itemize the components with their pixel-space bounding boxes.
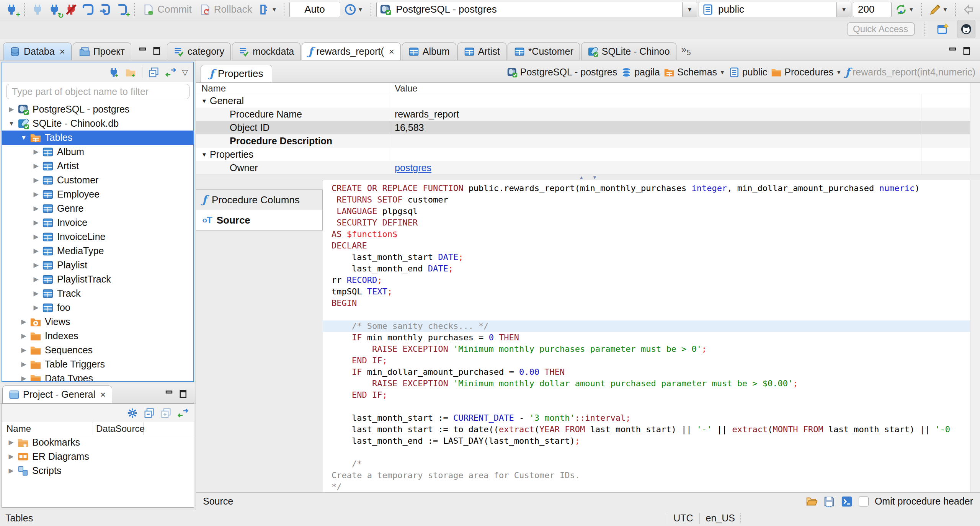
- open-perspective-icon[interactable]: [935, 21, 951, 37]
- breadcrumb-rewards-report-int4-numeric[interactable]: ƒrewards_report(int4,numeric): [845, 67, 975, 78]
- close-icon[interactable]: ×: [100, 389, 106, 400]
- schema-dropdown-icon[interactable]: ▼: [836, 2, 851, 17]
- collapsed-arrow-icon[interactable]: ▶: [31, 204, 41, 212]
- collapsed-arrow-icon[interactable]: ▶: [31, 304, 41, 312]
- column-header-name[interactable]: Name: [196, 83, 390, 94]
- column-header-name[interactable]: Name: [2, 422, 93, 435]
- tree-item-track[interactable]: ▶Track: [2, 286, 193, 301]
- collapsed-arrow-icon[interactable]: ▶: [31, 261, 41, 269]
- sql-editor-new-icon[interactable]: +: [114, 2, 129, 18]
- tree-item-sequences[interactable]: ▶Sequences: [2, 343, 193, 357]
- expand-all-icon[interactable]: [161, 408, 172, 418]
- expanded-arrow-icon[interactable]: ▼: [201, 98, 210, 104]
- dbeaver-perspective-button[interactable]: [957, 20, 975, 38]
- tree-item-album[interactable]: ▶Album: [2, 145, 193, 159]
- view-menu-icon[interactable]: ▽: [182, 68, 188, 77]
- column-header-datasource[interactable]: DataSource: [93, 422, 144, 435]
- property-row-owner[interactable]: Ownerpostgres: [196, 161, 970, 175]
- connection-combo[interactable]: PostgreSQL - postgres ▼: [376, 2, 697, 17]
- editor-tab-customer[interactable]: *Customer: [508, 42, 580, 60]
- chevron-down-icon[interactable]: ▼: [836, 69, 841, 75]
- collapsed-arrow-icon[interactable]: ▶: [31, 162, 41, 170]
- collapsed-arrow-icon[interactable]: ▶: [6, 467, 16, 475]
- collapse-all-icon[interactable]: [149, 67, 159, 78]
- minimize-icon[interactable]: [139, 46, 148, 56]
- maximize-icon[interactable]: [962, 46, 972, 56]
- tab-databa[interactable]: Databa×: [3, 42, 72, 60]
- tree-item-artist[interactable]: ▶Artist: [2, 159, 193, 173]
- collapsed-arrow-icon[interactable]: ▶: [31, 190, 41, 198]
- new-connection-icon[interactable]: +: [4, 2, 19, 18]
- tree-item-sqlite-chinook-db[interactable]: ▼SQLite - Chinook.db: [2, 116, 193, 131]
- commit-button[interactable]: Commit: [143, 3, 192, 15]
- rollback-button[interactable]: Rollback: [199, 3, 252, 15]
- tree-item-playlist[interactable]: ▶Playlist: [2, 258, 193, 272]
- collapsed-arrow-icon[interactable]: ▶: [6, 438, 16, 446]
- tree-item-postgresql-postgres[interactable]: ▶PostgreSQL - postgres: [2, 102, 193, 116]
- column-header-value[interactable]: Value: [390, 83, 970, 94]
- tree-item-foo[interactable]: ▶foo: [2, 301, 193, 315]
- editor-tab-category[interactable]: category: [167, 42, 231, 60]
- subtab-procedure-columns[interactable]: ƒProcedure Columns: [196, 189, 323, 210]
- chevron-down-icon[interactable]: ▼: [720, 69, 725, 75]
- transaction-history-icon[interactable]: ▼: [342, 2, 366, 18]
- editor-tab-mockdata[interactable]: mockdata: [232, 42, 301, 60]
- tree-item-employee[interactable]: ▶Employee: [2, 187, 193, 201]
- compare-pen-icon[interactable]: ▼: [927, 2, 950, 18]
- tree-item-views[interactable]: ▶Views: [2, 315, 193, 329]
- link-with-editor-icon[interactable]: [165, 67, 176, 78]
- collapsed-arrow-icon[interactable]: ▶: [31, 275, 41, 283]
- breadcrumb-schemas[interactable]: Schemas▼: [664, 67, 725, 78]
- property-value-link[interactable]: postgres: [395, 162, 431, 173]
- tab-overflow-button[interactable]: »5: [681, 44, 691, 57]
- maximize-icon[interactable]: [179, 389, 188, 399]
- property-row-object-id[interactable]: Object ID16,583: [196, 121, 970, 134]
- quick-access-input[interactable]: Quick Access: [847, 22, 915, 36]
- status-timezone[interactable]: UTC: [673, 513, 693, 524]
- property-row-procedure-name[interactable]: Procedure Namerewards_report: [196, 108, 970, 121]
- tree-item-mediatype[interactable]: ▶MediaType: [2, 244, 193, 258]
- sql-editor-icon[interactable]: [80, 2, 96, 18]
- tree-item-invoiceline[interactable]: ▶InvoiceLine: [2, 230, 193, 244]
- fetch-size-input[interactable]: 200: [853, 2, 891, 17]
- property-row-properties[interactable]: ▼Properties: [196, 148, 970, 161]
- tree-item-invoice[interactable]: ▶Invoice: [2, 216, 193, 230]
- collapsed-arrow-icon[interactable]: ▶: [31, 148, 41, 156]
- expanded-arrow-icon[interactable]: ▼: [201, 151, 210, 158]
- editor-tab-rewards-report[interactable]: ƒrewards_report(×: [302, 42, 401, 60]
- tree-item-genre[interactable]: ▶Genre: [2, 201, 193, 216]
- collapse-all-icon[interactable]: [144, 408, 155, 418]
- back-icon[interactable]: [961, 2, 976, 18]
- open-file-icon[interactable]: [806, 496, 817, 507]
- collapsed-arrow-icon[interactable]: ▶: [18, 346, 29, 354]
- minimize-icon[interactable]: [949, 46, 958, 56]
- editor-tab-artist[interactable]: Artist: [457, 42, 506, 60]
- new-connection-icon[interactable]: +: [108, 67, 119, 78]
- transaction-log-icon[interactable]: ▼: [257, 2, 279, 18]
- maximize-icon[interactable]: [152, 46, 162, 56]
- reconnect-icon[interactable]: ↻: [47, 2, 62, 18]
- save-icon[interactable]: [823, 496, 835, 507]
- tree-item-indexes[interactable]: ▶Indexes: [2, 329, 193, 343]
- minimize-icon[interactable]: [165, 389, 174, 399]
- editor-tab-album[interactable]: Album: [402, 42, 456, 60]
- collapsed-arrow-icon[interactable]: ▶: [18, 332, 29, 340]
- tab-проект[interactable]: Проект: [73, 42, 131, 60]
- status-locale[interactable]: en_US: [706, 513, 735, 524]
- sash-down-icon[interactable]: ▼: [592, 175, 597, 180]
- source-code-editor[interactable]: CREATE OR REPLACE FUNCTION public.reward…: [323, 180, 970, 492]
- tree-item-tables[interactable]: ▼Tables: [2, 131, 193, 145]
- expanded-arrow-icon[interactable]: ▼: [6, 120, 17, 127]
- project-item-scripts[interactable]: ▶Scripts: [2, 464, 194, 478]
- console-icon[interactable]: [841, 496, 853, 507]
- sql-editor-open-icon[interactable]: [97, 2, 112, 18]
- collapsed-arrow-icon[interactable]: ▶: [31, 289, 41, 297]
- property-row-procedure-description[interactable]: Procedure Description: [196, 134, 970, 148]
- project-item-er-diagrams[interactable]: ▶ER Diagrams: [2, 449, 194, 464]
- collapsed-arrow-icon[interactable]: ▶: [6, 452, 16, 461]
- collapsed-arrow-icon[interactable]: ▶: [31, 219, 41, 227]
- close-icon[interactable]: ×: [389, 46, 394, 57]
- subtab-source[interactable]: ‹›TSource: [196, 210, 323, 230]
- navigator-filter-input[interactable]: Type part of object name to filter: [6, 84, 189, 99]
- tree-item-data-types[interactable]: ▶Data Types: [2, 371, 193, 381]
